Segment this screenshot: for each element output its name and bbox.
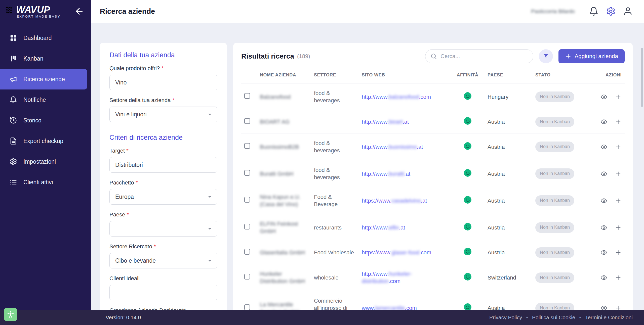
settings-button[interactable] bbox=[606, 7, 616, 16]
add-to-kanban-button[interactable] bbox=[615, 94, 622, 100]
kanban-icon bbox=[10, 55, 17, 62]
view-company-button[interactable] bbox=[600, 197, 607, 204]
company-website-link[interactable]: https://www.glaser-food.com bbox=[362, 249, 431, 256]
status-badge: Non in Kanban bbox=[535, 303, 574, 310]
row-checkbox[interactable] bbox=[244, 170, 250, 176]
add-company-button[interactable]: Aggiungi azienda bbox=[558, 49, 625, 63]
required-marker: * bbox=[126, 148, 129, 154]
add-to-kanban-button[interactable] bbox=[615, 249, 622, 256]
row-checkbox[interactable] bbox=[244, 93, 250, 99]
row-checkbox[interactable] bbox=[244, 224, 250, 229]
row-checkbox[interactable] bbox=[244, 249, 250, 255]
company-website-link[interactable]: http://www.balzanofood.com bbox=[362, 94, 431, 100]
add-to-kanban-button[interactable] bbox=[615, 144, 622, 150]
company-country: Hungary bbox=[488, 94, 508, 100]
view-company-button[interactable] bbox=[600, 274, 607, 281]
main-content: Dati della tua azienda Quale prodotto of… bbox=[91, 23, 644, 310]
version-label: Version: 0.14.0 bbox=[106, 314, 141, 320]
company-name: Balzanofood bbox=[260, 94, 291, 100]
country-select[interactable] bbox=[109, 221, 217, 237]
company-website-link[interactable]: https://www.casadelvino.at bbox=[362, 198, 427, 204]
view-company-button[interactable] bbox=[600, 305, 607, 310]
column-header-checkbox bbox=[241, 67, 257, 83]
company-website-link[interactable]: http://www.elfin.at bbox=[362, 224, 405, 231]
add-to-kanban-button[interactable] bbox=[615, 305, 622, 310]
column-header-name: NOME AZIENDA bbox=[257, 67, 311, 83]
results-count: (189) bbox=[297, 53, 310, 60]
view-company-button[interactable] bbox=[600, 144, 607, 150]
wavup-logo: WAVUP EXPORT MADE EASY bbox=[5, 5, 60, 18]
sidebar-item-notifiche[interactable]: Notifiche bbox=[0, 89, 91, 110]
status-badge: Non in Kanban bbox=[535, 222, 574, 233]
row-checkbox[interactable] bbox=[244, 304, 250, 310]
sidebar-item-dashboard[interactable]: Dashboard bbox=[0, 28, 91, 48]
footer-links: Privacy Policy•Politica sui Cookie•Termi… bbox=[489, 314, 633, 320]
sidebar-item-ricerca-aziende[interactable]: Ricerca aziende bbox=[0, 69, 87, 89]
table-row: BIOART AG http://www.bioart.at Austria N… bbox=[241, 110, 625, 133]
view-company-button[interactable] bbox=[600, 249, 607, 256]
sidebar-item-label: Ricerca aziende bbox=[23, 76, 65, 83]
accessibility-icon bbox=[6, 310, 15, 319]
filter-button[interactable] bbox=[539, 49, 553, 63]
add-to-kanban-button[interactable] bbox=[615, 197, 622, 204]
sidebar-item-clienti-attivi[interactable]: Clienti attivi bbox=[0, 172, 91, 193]
footer-link[interactable]: Termini e Condizioni bbox=[585, 314, 633, 320]
dashboard-icon bbox=[10, 34, 17, 42]
product-input[interactable] bbox=[109, 75, 217, 90]
account-name[interactable]: Pasticceria Bilardo bbox=[531, 8, 575, 14]
sidebar-item-export-checkup[interactable]: Export checkup bbox=[0, 131, 91, 151]
collapse-sidebar-button[interactable] bbox=[74, 6, 84, 16]
column-header-sector: SETTORE bbox=[311, 67, 359, 83]
row-checkbox[interactable] bbox=[244, 274, 250, 280]
page-scrollbar[interactable] bbox=[641, 48, 643, 107]
sidebar-item-label: Storico bbox=[23, 117, 42, 124]
view-company-button[interactable] bbox=[600, 118, 607, 125]
company-website-link[interactable]: www.lamercantile.com bbox=[362, 305, 417, 310]
package-select[interactable]: Europa bbox=[109, 189, 217, 205]
sidebar-item-label: Kanban bbox=[23, 55, 43, 62]
wave-icon bbox=[5, 5, 15, 15]
view-company-button[interactable] bbox=[600, 224, 607, 231]
company-sector: restaurants bbox=[314, 224, 342, 231]
status-badge: Non in Kanban bbox=[535, 117, 574, 127]
company-sector: Commercio all'ingrosso di alimentari e v… bbox=[314, 298, 352, 310]
back-arrow-icon bbox=[74, 6, 84, 16]
add-to-kanban-button[interactable] bbox=[615, 170, 622, 177]
company-website-link[interactable]: http://www.bioart.at bbox=[362, 119, 409, 125]
row-checkbox[interactable] bbox=[244, 118, 250, 124]
company-website-link[interactable]: http://www.buratti.at bbox=[362, 171, 410, 177]
search-input[interactable] bbox=[425, 49, 533, 63]
add-to-kanban-button[interactable] bbox=[615, 118, 622, 125]
history-icon bbox=[10, 117, 17, 124]
company-website-link[interactable]: http://www.buonissimo.at bbox=[362, 144, 423, 150]
view-company-button[interactable] bbox=[600, 170, 607, 177]
row-checkbox[interactable] bbox=[244, 143, 250, 149]
notifications-button[interactable] bbox=[589, 7, 598, 16]
table-header-row: NOME AZIENDA SETTORE SITO WEB AFFINITÀ P… bbox=[241, 67, 625, 83]
sidebar-item-impostazioni[interactable]: Impostazioni bbox=[0, 151, 91, 172]
row-checkbox[interactable] bbox=[244, 197, 250, 203]
status-badge: Non in Kanban bbox=[535, 168, 574, 179]
header: Ricerca aziende Pasticceria Bilardo bbox=[91, 0, 644, 23]
target-input[interactable] bbox=[109, 157, 217, 173]
accessibility-widget-button[interactable] bbox=[4, 308, 17, 321]
gear-icon bbox=[10, 158, 17, 165]
profile-button[interactable] bbox=[623, 7, 633, 16]
field-country: Paese * bbox=[109, 211, 217, 237]
view-company-button[interactable] bbox=[600, 94, 607, 100]
company-website-link[interactable]: http://www.hunkeler-distribution.com bbox=[362, 271, 412, 284]
footer-link[interactable]: Politica sui Cookie bbox=[532, 314, 575, 320]
person-icon bbox=[623, 7, 633, 16]
sidebar-item-kanban[interactable]: Kanban bbox=[0, 48, 91, 69]
footer-link[interactable]: Privacy Policy bbox=[489, 314, 522, 320]
field-label: Settore della tua azienda bbox=[109, 97, 171, 103]
field-target: Target * bbox=[109, 148, 217, 173]
affinity-smiley-icon bbox=[463, 303, 472, 310]
sidebar-item-storico[interactable]: Storico bbox=[0, 110, 91, 131]
searched-sector-select[interactable]: Cibo e bevande bbox=[109, 253, 217, 268]
company-sector-select[interactable]: Vini e liquori bbox=[109, 107, 217, 122]
add-to-kanban-button[interactable] bbox=[615, 274, 622, 281]
add-to-kanban-button[interactable] bbox=[615, 224, 622, 231]
status-badge: Non in Kanban bbox=[535, 195, 574, 206]
ideal-clients-input[interactable] bbox=[109, 285, 217, 300]
